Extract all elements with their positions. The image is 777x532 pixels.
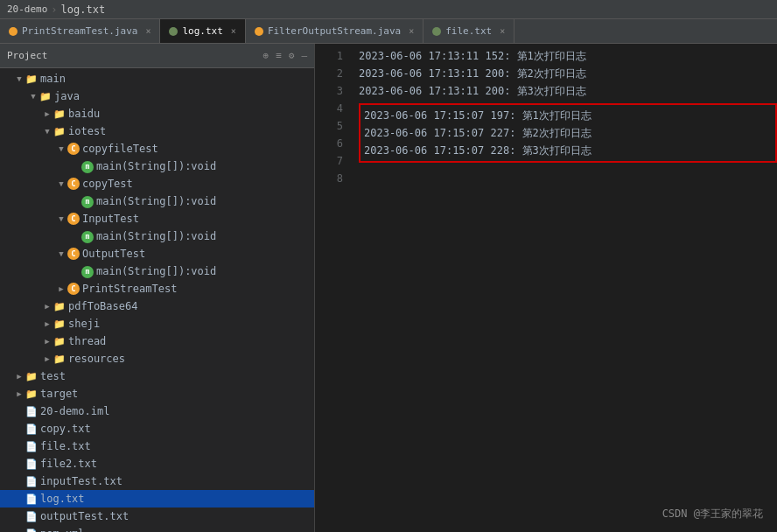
tree-label-baidu: baidu bbox=[68, 108, 100, 120]
sidebar-icon-list[interactable]: ≡ bbox=[276, 50, 282, 61]
tree-item-copyTest-main[interactable]: mmain(String[]):void bbox=[0, 192, 314, 210]
sidebar: Project ⊕ ≡ ⚙ — ▼📁main▼📁java▶📁baidu▼📁iot… bbox=[0, 44, 315, 532]
tree-item-copy-txt[interactable]: 📄copy.txt bbox=[0, 420, 314, 438]
tree-icon-copyTest: C bbox=[66, 178, 80, 190]
sidebar-header: Project ⊕ ≡ ⚙ — bbox=[0, 44, 314, 68]
tree-arrow-PrintStreamTest: ▶ bbox=[56, 284, 66, 293]
line-number-6: 6 bbox=[315, 135, 343, 152]
line-number-5: 5 bbox=[315, 117, 343, 135]
tree-label-copyTest-main: main(String[]):void bbox=[96, 195, 216, 207]
tab-tab2[interactable]: log.txt× bbox=[160, 19, 245, 43]
tree-icon-OutputTest-main: m bbox=[80, 265, 94, 278]
tree-item-InputTest-main[interactable]: mmain(String[]):void bbox=[0, 228, 314, 245]
line-number-1: 1 bbox=[315, 47, 343, 65]
tree-item-20-demo-iml[interactable]: 📄20-demo.iml bbox=[0, 402, 314, 420]
top-bar-separator: › bbox=[51, 4, 57, 16]
tree-icon-main: 📁 bbox=[24, 74, 38, 85]
tree-icon-test: 📁 bbox=[24, 371, 38, 382]
line-numbers: 12345678 bbox=[315, 47, 350, 528]
tree-label-pdfToBase64: pdfToBase64 bbox=[68, 300, 137, 312]
tree-arrow-baidu: ▶ bbox=[42, 109, 52, 118]
tree-item-pom-xml[interactable]: 📄pom.xml bbox=[0, 525, 314, 532]
tree-item-java[interactable]: ▼📁java bbox=[0, 88, 314, 105]
tab-icon-tab2 bbox=[169, 27, 178, 36]
tree-area: ▼📁main▼📁java▶📁baidu▼📁iotest▼CcopyfileTes… bbox=[0, 68, 314, 532]
tree-item-baidu[interactable]: ▶📁baidu bbox=[0, 105, 314, 122]
tree-item-main[interactable]: ▼📁main bbox=[0, 70, 314, 88]
tree-label-InputTest-main: main(String[]):void bbox=[96, 230, 216, 242]
tree-item-sheji[interactable]: ▶📁sheji bbox=[0, 315, 314, 332]
tree-item-outputTest-txt[interactable]: 📄outputTest.txt bbox=[0, 508, 314, 525]
tree-item-InputTest[interactable]: ▼CInputTest bbox=[0, 210, 314, 228]
sidebar-icon-minimize[interactable]: — bbox=[301, 50, 307, 61]
tree-item-inputTest-txt[interactable]: 📄inputTest.txt bbox=[0, 472, 314, 490]
tree-label-InputTest: InputTest bbox=[82, 213, 139, 225]
tree-arrow-main: ▼ bbox=[14, 74, 24, 83]
tree-icon-iotest: 📁 bbox=[52, 126, 66, 137]
tab-tab3[interactable]: FilterOutputStream.java× bbox=[246, 19, 424, 43]
tree-item-OutputTest[interactable]: ▼COutputTest bbox=[0, 245, 314, 262]
editor-content: 12345678 2023-06-06 17:13:11 152: 第1次打印日… bbox=[315, 44, 777, 532]
tree-arrow-java: ▼ bbox=[28, 92, 38, 101]
tree-item-test[interactable]: ▶📁test bbox=[0, 368, 314, 385]
tree-label-resources: resources bbox=[68, 353, 125, 365]
tree-label-copy-txt: copy.txt bbox=[40, 423, 91, 435]
tree-item-file2-txt[interactable]: 📄file2.txt bbox=[0, 455, 314, 472]
tree-arrow-sheji: ▶ bbox=[42, 319, 52, 328]
tree-item-resources[interactable]: ▶📁resources bbox=[0, 350, 314, 368]
tree-arrow-target: ▶ bbox=[14, 389, 24, 398]
tab-tab1[interactable]: PrintStreamTest.java× bbox=[0, 19, 160, 43]
tree-icon-copyfileTest-main: m bbox=[80, 160, 94, 173]
tab-label-tab4: file.txt bbox=[445, 25, 492, 37]
tab-icon-tab3 bbox=[255, 27, 263, 36]
tab-close-tab4[interactable]: × bbox=[500, 26, 505, 36]
tree-arrow-OutputTest: ▼ bbox=[56, 249, 66, 258]
tree-label-java: java bbox=[54, 90, 80, 102]
tree-item-copyfileTest-main[interactable]: mmain(String[]):void bbox=[0, 158, 314, 175]
sidebar-icon-gear[interactable]: ⚙ bbox=[289, 50, 295, 61]
tree-item-PrintStreamTest[interactable]: ▶CPrintStreamTest bbox=[0, 280, 314, 298]
tree-icon-PrintStreamTest: C bbox=[66, 283, 80, 295]
tab-tab4[interactable]: file.txt× bbox=[424, 19, 514, 43]
tree-label-main: main bbox=[40, 73, 66, 85]
tree-label-OutputTest: OutputTest bbox=[82, 248, 145, 260]
tab-close-tab2[interactable]: × bbox=[231, 26, 236, 36]
tree-icon-sheji: 📁 bbox=[52, 318, 66, 330]
code-line-5: 2023-06-06 17:15:07 197: 第1次打印日志 bbox=[364, 107, 772, 124]
tree-icon-baidu: 📁 bbox=[52, 108, 66, 120]
tab-close-tab1[interactable]: × bbox=[145, 26, 150, 36]
line-number-4: 4 bbox=[315, 100, 343, 117]
tree-icon-copyfileTest: C bbox=[66, 143, 80, 155]
tree-item-iotest[interactable]: ▼📁iotest bbox=[0, 122, 314, 140]
tree-arrow-copyfileTest: ▼ bbox=[56, 144, 66, 153]
tree-arrow-iotest: ▼ bbox=[42, 127, 52, 136]
tree-label-pom-xml: pom.xml bbox=[40, 528, 85, 532]
tree-label-sheji: sheji bbox=[68, 318, 100, 330]
tree-label-PrintStreamTest: PrintStreamTest bbox=[82, 283, 177, 295]
tree-item-thread[interactable]: ▶📁thread bbox=[0, 332, 314, 350]
tree-item-pdfToBase64[interactable]: ▶📁pdfToBase64 bbox=[0, 298, 314, 315]
tree-item-log-txt[interactable]: 📄log.txt bbox=[0, 490, 314, 508]
tree-item-copyTest[interactable]: ▼CcopyTest bbox=[0, 175, 314, 192]
tree-label-copyTest: copyTest bbox=[82, 178, 133, 190]
tree-icon-log-txt: 📄 bbox=[24, 494, 38, 505]
tree-item-file-txt[interactable]: 📄file.txt bbox=[0, 438, 314, 455]
tree-item-OutputTest-main[interactable]: mmain(String[]):void bbox=[0, 262, 314, 280]
code-content[interactable]: 2023-06-06 17:13:11 152: 第1次打印日志2023-06-… bbox=[350, 47, 777, 528]
sidebar-icon-add[interactable]: ⊕ bbox=[263, 50, 270, 61]
top-bar-file: log.txt bbox=[61, 4, 106, 16]
tree-label-copyfileTest: copyfileTest bbox=[82, 143, 158, 155]
tree-label-20-demo-iml: 20-demo.iml bbox=[40, 405, 109, 417]
tree-icon-java: 📁 bbox=[38, 91, 52, 102]
watermark: CSDN @李王家的翠花 bbox=[662, 507, 763, 522]
tree-arrow-thread: ▶ bbox=[42, 337, 52, 346]
line-number-8: 8 bbox=[315, 170, 343, 187]
code-line-3: 2023-06-06 17:13:11 200: 第3次打印日志 bbox=[359, 82, 777, 100]
tree-item-copyfileTest[interactable]: ▼CcopyfileTest bbox=[0, 140, 314, 158]
tree-arrow-test: ▶ bbox=[14, 372, 24, 381]
tree-item-target[interactable]: ▶📁target bbox=[0, 385, 314, 402]
tab-label-tab2: log.txt bbox=[182, 25, 222, 37]
tree-icon-InputTest: C bbox=[66, 213, 80, 225]
tree-arrow-copyTest: ▼ bbox=[56, 179, 66, 188]
tab-close-tab3[interactable]: × bbox=[409, 26, 414, 36]
